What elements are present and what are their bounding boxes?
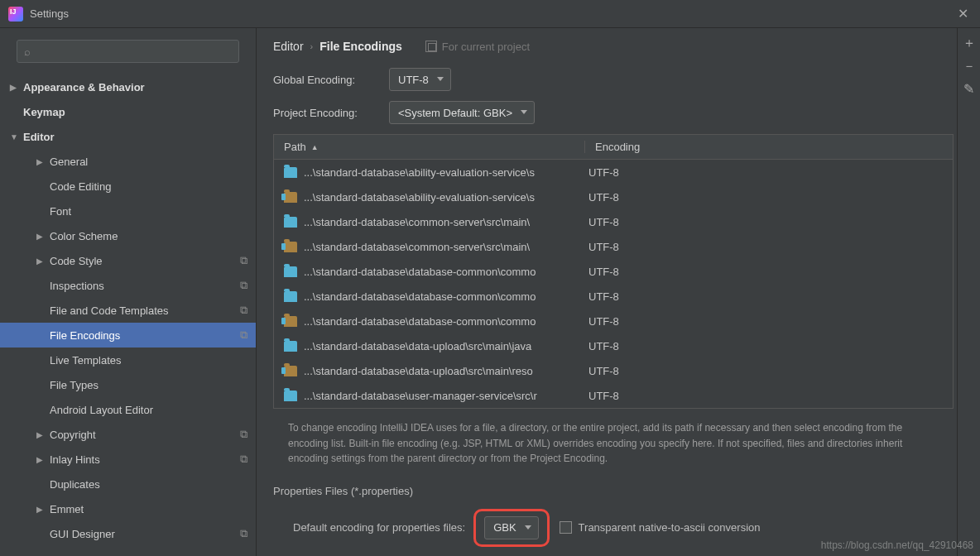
table-row[interactable]: ...\standard-database\common-server\src\…: [274, 209, 953, 234]
sidebar-item-label: General: [50, 156, 88, 168]
sidebar-item-label: Code Editing: [50, 180, 111, 193]
sort-asc-icon: ▲: [311, 143, 319, 151]
sidebar-item-label: Editor: [23, 131, 55, 143]
sidebar-item-keymap[interactable]: Keymap: [0, 99, 256, 124]
sidebar-item-inlay-hints[interactable]: ▶Inlay Hints⧉: [0, 447, 256, 472]
settings-tree: ▶Appearance & BehaviorKeymap▼Editor▶Gene…: [0, 70, 256, 556]
folder-icon: [284, 242, 297, 252]
col-path[interactable]: Path ▲: [274, 141, 585, 153]
table-row[interactable]: ...\standard-database\database-common\co…: [274, 309, 953, 333]
tree-arrow-icon: ▼: [10, 132, 20, 141]
close-icon[interactable]: ✕: [954, 6, 972, 22]
tree-arrow-icon: ▶: [36, 256, 46, 266]
table-row[interactable]: ...\standard-database\database-common\co…: [274, 259, 953, 284]
col-encoding[interactable]: Encoding: [585, 141, 953, 153]
table-row[interactable]: ...\standard-database\ability-evaluation…: [274, 160, 953, 185]
project-encoding-value: <System Default: GBK>: [398, 107, 512, 119]
table-row[interactable]: ...\standard-database\user-manager-servi…: [274, 383, 953, 408]
sidebar-item-code-style[interactable]: ▶Code Style⧉: [0, 248, 256, 273]
remove-button[interactable]: －: [961, 58, 978, 78]
chevron-right-icon: ›: [310, 41, 314, 51]
row-encoding[interactable]: UTF-8: [588, 191, 619, 204]
sidebar-item-label: GUI Designer: [50, 528, 115, 540]
row-encoding[interactable]: UTF-8: [588, 266, 619, 278]
search-icon: ⌕: [24, 46, 31, 58]
edit-button[interactable]: ✎: [961, 81, 978, 101]
table-row[interactable]: ...\standard-database\database-common\co…: [274, 284, 953, 309]
table-toolstrip: ＋ － ✎: [957, 28, 980, 556]
tree-arrow-icon: ▶: [10, 83, 20, 92]
row-encoding[interactable]: UTF-8: [588, 166, 619, 179]
row-path: ...\standard-database\ability-evaluation…: [304, 166, 588, 179]
encoding-table: Path ▲ Encoding ...\standard-database\ab…: [273, 134, 954, 409]
table-row[interactable]: ...\standard-database\data-upload\src\ma…: [274, 333, 953, 358]
tree-arrow-icon: ▶: [36, 157, 46, 166]
project-icon: [425, 41, 437, 52]
search-input[interactable]: [24, 41, 232, 62]
sidebar-item-label: Android Layout Editor: [50, 404, 153, 416]
row-encoding[interactable]: UTF-8: [588, 290, 619, 303]
properties-encoding-dropdown[interactable]: GBK: [484, 516, 538, 539]
breadcrumb-root[interactable]: Editor: [273, 40, 304, 53]
sidebar-item-editor[interactable]: ▼Editor: [0, 124, 256, 149]
add-button[interactable]: ＋: [961, 35, 978, 55]
sidebar-item-android-layout-editor[interactable]: Android Layout Editor: [0, 397, 256, 422]
folder-icon: [284, 266, 297, 277]
row-encoding[interactable]: UTF-8: [588, 340, 619, 352]
table-row[interactable]: ...\standard-database\data-upload\src\ma…: [274, 358, 953, 383]
search-input-wrap[interactable]: ⌕: [17, 40, 239, 63]
global-encoding-dropdown[interactable]: UTF-8: [389, 68, 451, 91]
sidebar-item-label: Emmet: [50, 503, 84, 515]
sidebar-item-live-templates[interactable]: Live Templates: [0, 348, 256, 372]
sidebar-item-label: Color Scheme: [50, 230, 118, 242]
sidebar-item-label: Copyright: [50, 429, 96, 441]
properties-section-title: Properties Files (*.properties): [273, 485, 954, 497]
global-encoding-value: UTF-8: [398, 74, 429, 86]
window-title: Settings: [30, 7, 69, 20]
tree-arrow-icon: ▶: [36, 505, 46, 514]
sidebar-item-label: Live Templates: [50, 354, 121, 367]
sidebar-item-color-scheme[interactable]: ▶Color Scheme: [0, 223, 256, 248]
folder-icon: [284, 316, 297, 327]
sidebar-item-gui-designer[interactable]: GUI Designer⧉: [0, 521, 256, 546]
watermark: https://blog.csdn.net/qq_42910468: [821, 539, 973, 551]
sidebar-item-duplicates[interactable]: Duplicates: [0, 472, 256, 496]
per-project-icon: ⧉: [240, 428, 247, 441]
row-encoding[interactable]: UTF-8: [588, 216, 619, 228]
folder-icon: [284, 217, 297, 228]
sidebar-item-file-types[interactable]: File Types: [0, 372, 256, 397]
tree-arrow-icon: ▶: [36, 430, 46, 439]
sidebar-item-label: Appearance & Behavior: [23, 81, 145, 93]
sidebar-item-code-editing[interactable]: Code Editing: [0, 174, 256, 199]
sidebar-item-font[interactable]: Font: [0, 199, 256, 223]
table-row[interactable]: ...\standard-database\ability-evaluation…: [274, 185, 953, 209]
row-path: ...\standard-database\ability-evaluation…: [304, 191, 588, 204]
sidebar-item-emmet[interactable]: ▶Emmet: [0, 496, 256, 521]
per-project-icon: ⧉: [240, 279, 247, 292]
row-path: ...\standard-database\database-common\co…: [304, 290, 588, 303]
help-hint: To change encoding IntelliJ IDEA uses fo…: [273, 409, 954, 478]
folder-icon: [284, 192, 297, 203]
sidebar-item-copyright[interactable]: ▶Copyright⧉: [0, 422, 256, 447]
project-encoding-dropdown[interactable]: <System Default: GBK>: [389, 101, 535, 124]
folder-icon: [284, 291, 297, 302]
sidebar-item-general[interactable]: ▶General: [0, 149, 256, 174]
properties-encoding-label: Default encoding for properties files:: [293, 521, 465, 534]
titlebar: Settings ✕: [0, 0, 980, 28]
per-project-icon: ⧉: [240, 527, 247, 540]
properties-encoding-value: GBK: [493, 521, 516, 534]
scope-label: For current project: [442, 41, 530, 53]
row-encoding[interactable]: UTF-8: [588, 365, 619, 377]
row-encoding[interactable]: UTF-8: [588, 390, 619, 402]
row-path: ...\standard-database\database-common\co…: [304, 315, 588, 328]
sidebar-item-appearance-behavior[interactable]: ▶Appearance & Behavior: [0, 74, 256, 99]
sidebar-item-inspections[interactable]: Inspections⧉: [0, 273, 256, 298]
sidebar-item-file-encodings[interactable]: File Encodings⧉: [0, 323, 256, 348]
breadcrumb-leaf: File Encodings: [319, 40, 402, 53]
table-row[interactable]: ...\standard-database\common-server\src\…: [274, 234, 953, 259]
per-project-icon: ⧉: [240, 254, 247, 267]
row-encoding[interactable]: UTF-8: [588, 315, 619, 328]
row-encoding[interactable]: UTF-8: [588, 241, 619, 253]
transparent-ascii-checkbox[interactable]: [560, 521, 572, 534]
sidebar-item-file-and-code-templates[interactable]: File and Code Templates⧉: [0, 298, 256, 323]
